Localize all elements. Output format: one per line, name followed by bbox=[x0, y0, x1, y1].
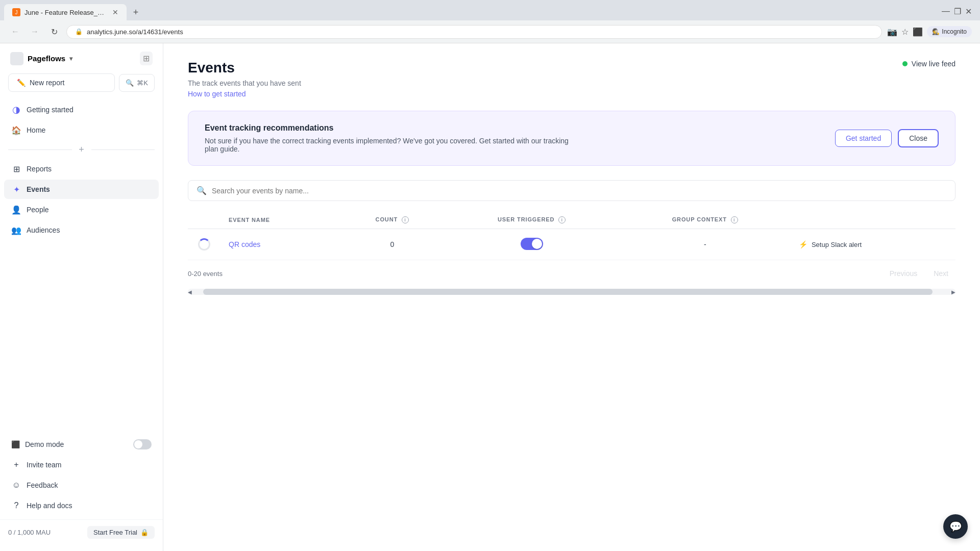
page-title: Events bbox=[188, 60, 301, 76]
toolbar-icons: 📷 ☆ ⬛ 🕵 Incognito bbox=[887, 26, 972, 37]
minimize-button[interactable]: — bbox=[942, 7, 950, 16]
sidebar-item-home[interactable]: 🏠 Home bbox=[4, 120, 159, 140]
chat-widget-button[interactable]: 💬 bbox=[943, 514, 968, 539]
divider-line bbox=[8, 149, 72, 150]
col-header-actions bbox=[791, 211, 955, 229]
lock-icon: 🔒 bbox=[140, 529, 149, 536]
col-header-user-triggered: USER TRIGGERED i bbox=[444, 211, 620, 229]
edit-icon: ✏️ bbox=[17, 79, 26, 87]
banner-actions: Get started Close bbox=[835, 129, 939, 147]
camera-icon[interactable]: 📷 bbox=[887, 27, 897, 37]
url-text: analytics.june.so/a/14631/events bbox=[87, 28, 183, 36]
divider-line bbox=[91, 149, 155, 150]
incognito-button[interactable]: 🕵 Incognito bbox=[927, 26, 972, 37]
search-icon: 🔍 bbox=[197, 186, 207, 195]
col-header-group-context: GROUP CONTEXT i bbox=[620, 211, 791, 229]
close-banner-button[interactable]: Close bbox=[898, 129, 939, 147]
sidebar-item-help-docs[interactable]: ? Help and docs bbox=[4, 496, 159, 515]
sidebar-item-label: Audiences bbox=[27, 226, 60, 234]
pagination: Previous Next bbox=[883, 266, 955, 281]
logo[interactable]: Pageflows ▾ bbox=[10, 52, 72, 65]
sidebar-item-label: Events bbox=[27, 185, 50, 193]
sidebar-item-label: Getting started bbox=[27, 106, 74, 114]
extension-icon[interactable]: ⬛ bbox=[913, 27, 923, 37]
events-table: EVENT NAME COUNT i USER TRIGGERED i GROU… bbox=[188, 211, 955, 260]
user-triggered-toggle[interactable] bbox=[521, 238, 543, 250]
chevron-down-icon: ▾ bbox=[69, 55, 72, 62]
sidebar-item-events[interactable]: ✦ Events bbox=[4, 180, 159, 199]
page-title-section: Events The track events that you have se… bbox=[188, 60, 301, 98]
recommendation-banner: Event tracking recommendations Not sure … bbox=[188, 111, 955, 166]
browser-toolbar: ← → ↻ 🔒 analytics.june.so/a/14631/events… bbox=[0, 20, 980, 43]
event-count-cell: 0 bbox=[340, 229, 444, 260]
back-button[interactable]: ← bbox=[8, 24, 22, 39]
events-search-bar[interactable]: 🔍 bbox=[188, 180, 955, 201]
banner-description: Not sure if you have the correct trackin… bbox=[205, 137, 572, 153]
search-button[interactable]: 🔍 ⌘K bbox=[119, 74, 155, 92]
close-button[interactable]: ✕ bbox=[965, 7, 972, 16]
new-report-label: New report bbox=[30, 79, 64, 87]
window-controls: — ❐ ✕ bbox=[942, 7, 976, 18]
free-trial-label: Start Free Trial bbox=[93, 529, 137, 536]
audiences-icon: 👥 bbox=[11, 225, 21, 235]
setup-slack-button[interactable]: ⚡ Setup Slack alert bbox=[799, 240, 947, 248]
reload-button[interactable]: ↻ bbox=[47, 24, 61, 39]
tab-close-button[interactable]: ✕ bbox=[112, 8, 118, 16]
demo-mode-toggle[interactable] bbox=[133, 439, 152, 449]
active-tab[interactable]: J June - Feature Release_QR Code... ✕ bbox=[4, 4, 127, 20]
lock-icon: 🔒 bbox=[75, 28, 83, 35]
sidebar-item-reports[interactable]: ⊞ Reports bbox=[4, 159, 159, 179]
tab-title: June - Feature Release_QR Code... bbox=[24, 9, 108, 16]
sidebar-item-getting-started[interactable]: ◑ Getting started bbox=[4, 100, 159, 119]
count-info-icon[interactable]: i bbox=[402, 216, 409, 223]
scrollbar-thumb[interactable] bbox=[203, 289, 933, 295]
sidebar: Pageflows ▾ ⊞ ✏️ New report 🔍 ⌘K ◑ Getti… bbox=[0, 43, 163, 551]
event-user-triggered-cell bbox=[444, 229, 620, 260]
sidebar-item-invite-team[interactable]: + Invite team bbox=[4, 455, 159, 474]
horizontal-scrollbar[interactable]: ◀ ▶ bbox=[188, 289, 955, 295]
scroll-right-arrow[interactable]: ▶ bbox=[951, 289, 955, 295]
sidebar-toggle-icon[interactable]: ⊞ bbox=[140, 52, 153, 65]
sidebar-item-people[interactable]: 👤 People bbox=[4, 200, 159, 219]
table-header: EVENT NAME COUNT i USER TRIGGERED i GROU… bbox=[188, 211, 955, 229]
previous-button[interactable]: Previous bbox=[883, 266, 924, 281]
free-trial-button[interactable]: Start Free Trial 🔒 bbox=[87, 526, 155, 539]
group-context-info-icon[interactable]: i bbox=[731, 216, 738, 223]
sidebar-item-audiences[interactable]: 👥 Audiences bbox=[4, 220, 159, 240]
get-started-button[interactable]: Get started bbox=[835, 130, 892, 147]
forward-button[interactable]: → bbox=[28, 24, 42, 39]
demo-label: Demo mode bbox=[25, 440, 64, 448]
event-name-link[interactable]: QR codes bbox=[229, 240, 260, 248]
new-report-button[interactable]: ✏️ New report bbox=[8, 73, 115, 92]
table-row: QR codes 0 - ⚡ Setup Slack alert bbox=[188, 229, 955, 260]
feedback-icon: ☺ bbox=[11, 480, 21, 490]
live-feed-button[interactable]: View live feed bbox=[902, 60, 955, 68]
user-triggered-info-icon[interactable]: i bbox=[558, 216, 566, 223]
search-input[interactable] bbox=[212, 187, 947, 195]
section-divider: + bbox=[8, 144, 155, 155]
home-icon: 🏠 bbox=[11, 125, 21, 135]
mau-count: 0 / 1,000 MAU bbox=[8, 529, 51, 536]
how-to-get-started-link[interactable]: How to get started bbox=[188, 90, 246, 98]
col-header-event-name: EVENT NAME bbox=[220, 211, 340, 229]
new-tab-button[interactable]: + bbox=[129, 5, 143, 19]
add-section-button[interactable]: + bbox=[76, 144, 87, 155]
address-bar[interactable]: 🔒 analytics.june.so/a/14631/events bbox=[66, 25, 882, 39]
sidebar-nav-secondary: ⊞ Reports ✦ Events 👤 People 👥 Audiences bbox=[0, 159, 163, 240]
col-header-icon bbox=[188, 211, 220, 229]
scroll-left-arrow[interactable]: ◀ bbox=[188, 289, 192, 295]
event-group-context-value: - bbox=[704, 240, 706, 248]
col-header-count: COUNT i bbox=[340, 211, 444, 229]
sidebar-item-demo-mode[interactable]: ⬛ Demo mode bbox=[4, 435, 159, 454]
events-icon: ✦ bbox=[11, 184, 21, 194]
sidebar-item-label: Reports bbox=[27, 165, 52, 173]
invite-icon: + bbox=[11, 460, 21, 470]
sidebar-item-feedback[interactable]: ☺ Feedback bbox=[4, 475, 159, 495]
next-button[interactable]: Next bbox=[926, 266, 955, 281]
mau-bar: 0 / 1,000 MAU Start Free Trial 🔒 bbox=[0, 519, 163, 543]
maximize-button[interactable]: ❐ bbox=[954, 7, 961, 16]
search-shortcut: ⌘K bbox=[137, 79, 148, 87]
table-body: QR codes 0 - ⚡ Setup Slack alert bbox=[188, 229, 955, 260]
star-icon[interactable]: ☆ bbox=[901, 27, 909, 37]
incognito-label: Incognito bbox=[942, 28, 967, 35]
